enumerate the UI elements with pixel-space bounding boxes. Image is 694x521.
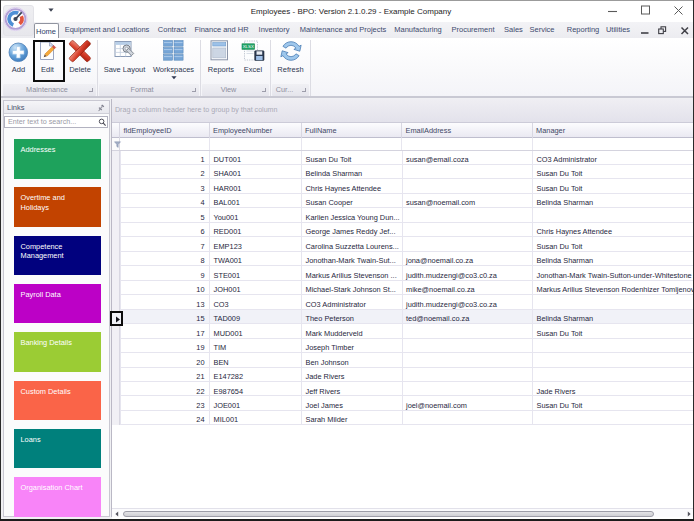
svg-text:XLSX: XLSX [243,44,254,49]
